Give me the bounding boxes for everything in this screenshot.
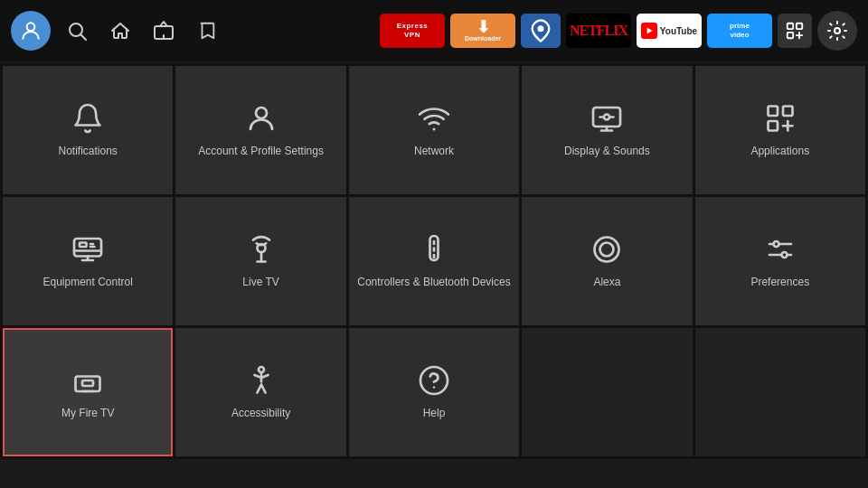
tile-network[interactable]: Network [349, 66, 519, 194]
prime-label: primevideo [730, 22, 750, 41]
tile-help[interactable]: Help [349, 328, 519, 456]
svg-rect-20 [80, 242, 87, 247]
network-label: Network [409, 144, 459, 159]
tile-livetv[interactable]: Live TV [175, 197, 345, 325]
display-icon [590, 102, 623, 135]
bookmark-icon[interactable] [190, 14, 224, 48]
alexa-icon [590, 233, 623, 266]
svg-point-40 [420, 367, 448, 394]
nav-left [11, 11, 224, 51]
accessibility-icon [245, 364, 278, 397]
tile-notifications[interactable]: Notifications [3, 66, 173, 194]
tile-controllers[interactable]: Controllers & Bluetooth Devices [349, 197, 519, 325]
apps-grid-button[interactable] [778, 14, 812, 48]
accessibility-label: Accessibility [226, 406, 296, 421]
svg-point-30 [595, 237, 619, 261]
search-icon[interactable] [60, 14, 94, 48]
svg-line-2 [81, 35, 87, 41]
tile-preferences[interactable]: Preferences [695, 197, 865, 325]
netflix-app[interactable]: NETFLIX [566, 14, 631, 48]
tile-alexa[interactable]: Alexa [522, 197, 692, 325]
svg-rect-8 [788, 23, 793, 29]
tile-accessibility[interactable]: Accessibility [175, 328, 345, 456]
preferences-label: Preferences [745, 275, 815, 290]
youtube-app[interactable]: YouTube [637, 14, 702, 48]
svg-point-31 [600, 242, 614, 256]
firetv-icon [71, 364, 104, 397]
help-icon [418, 364, 450, 397]
applications-label: Applications [745, 144, 815, 159]
prime-video-app[interactable]: primevideo [707, 14, 772, 48]
svg-rect-17 [783, 106, 793, 116]
svg-rect-19 [74, 239, 101, 257]
monitor-icon [71, 233, 104, 266]
display-label: Display & Sounds [559, 144, 656, 159]
controllers-label: Controllers & Bluetooth Devices [352, 275, 515, 290]
person-icon [245, 102, 278, 135]
svg-rect-9 [797, 23, 802, 29]
alexa-label: Alexa [588, 275, 626, 290]
downloader-label: Downloader [465, 35, 501, 42]
expressvpn-app[interactable]: ExpressVPN [380, 14, 445, 48]
netflix-label: NETFLIX [570, 23, 627, 39]
settings-grid: Notifications Account & Profile Settings… [0, 63, 868, 459]
svg-rect-36 [76, 376, 100, 391]
tile-myfiretv[interactable]: My Fire TV [3, 328, 173, 456]
svg-rect-16 [768, 106, 778, 116]
downloader-app[interactable]: ⬇ Downloader [450, 14, 515, 48]
youtube-play-icon [641, 23, 657, 39]
equipment-label: Equipment Control [38, 275, 138, 290]
svg-point-0 [27, 23, 35, 31]
svg-marker-7 [646, 27, 652, 33]
top-navigation-bar: ExpressVPN ⬇ Downloader NETFLIX [0, 0, 868, 61]
tile-equipment[interactable]: Equipment Control [3, 197, 173, 325]
tv-icon[interactable] [146, 14, 181, 48]
svg-rect-38 [82, 380, 93, 386]
wifi-icon [418, 102, 450, 135]
tile-empty-1 [522, 328, 692, 456]
avatar[interactable] [11, 11, 51, 51]
bell-icon [71, 102, 104, 135]
tile-empty-2 [695, 328, 865, 456]
svg-point-12 [256, 108, 267, 118]
svg-point-11 [835, 28, 840, 33]
help-label: Help [418, 406, 451, 421]
svg-point-35 [781, 252, 787, 258]
remote-icon [418, 233, 450, 266]
svg-point-6 [538, 25, 544, 32]
svg-point-34 [773, 241, 778, 247]
svg-rect-14 [593, 108, 620, 127]
svg-point-15 [604, 114, 609, 119]
account-label: Account & Profile Settings [193, 144, 329, 159]
livetv-label: Live TV [237, 275, 284, 290]
apps-icon [764, 102, 797, 135]
sliders-icon [764, 233, 797, 266]
svg-point-13 [432, 127, 435, 130]
antenna-icon [245, 233, 278, 266]
svg-rect-10 [788, 33, 793, 38]
notifications-label: Notifications [53, 144, 123, 159]
tile-display[interactable]: Display & Sounds [522, 66, 692, 194]
myfiretv-label: My Fire TV [56, 406, 119, 421]
blue-app[interactable] [521, 14, 561, 48]
tile-applications[interactable]: Applications [695, 66, 865, 194]
downloader-icon-arrow: ⬇ [476, 19, 490, 35]
app-shortcuts: ExpressVPN ⬇ Downloader NETFLIX [380, 14, 812, 48]
home-icon[interactable] [103, 14, 137, 48]
svg-point-41 [433, 386, 435, 388]
svg-rect-18 [768, 121, 778, 131]
youtube-label: YouTube [660, 26, 697, 36]
tile-account[interactable]: Account & Profile Settings [175, 66, 345, 194]
settings-button[interactable] [817, 11, 857, 51]
expressvpn-label: ExpressVPN [397, 22, 429, 39]
